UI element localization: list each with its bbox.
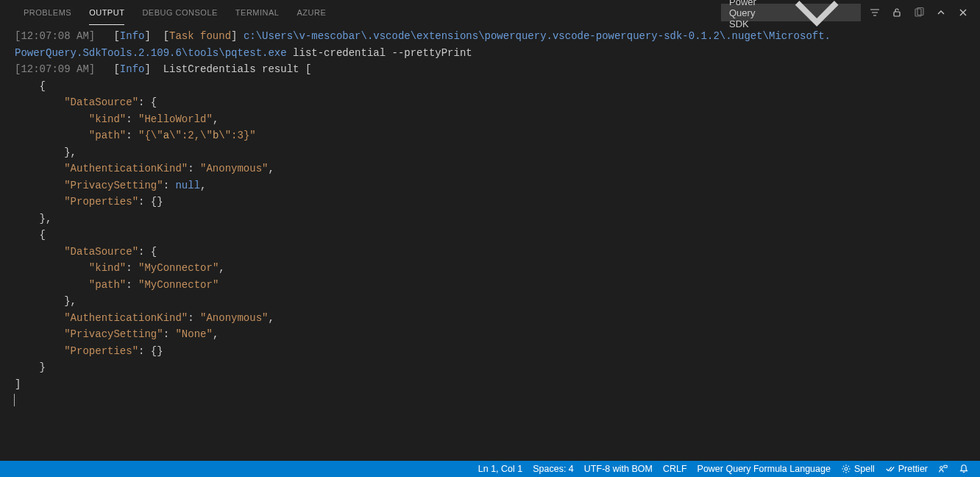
clear-output-icon[interactable]: [911, 4, 927, 21]
tab-output[interactable]: Output: [80, 0, 133, 25]
status-prettier[interactable]: Prettier: [880, 461, 933, 477]
log-level: Info: [120, 63, 145, 75]
close-icon[interactable]: [955, 4, 971, 21]
tab-terminal[interactable]: Terminal: [227, 0, 288, 25]
gear-icon: [841, 464, 851, 474]
log-timestamp: [12:07:08 AM]: [15, 30, 95, 42]
status-bar: Ln 1, Col 1 Spaces: 4 UTF-8 with BOM CRL…: [0, 461, 980, 477]
log-timestamp: [12:07:09 AM]: [15, 63, 95, 75]
json-key: "PrivacySetting": [64, 328, 163, 340]
json-key: "kind": [89, 113, 126, 125]
json-string: "MyConnector": [138, 262, 219, 274]
json-key: "AuthenticationKind": [64, 163, 188, 174]
chevron-up-icon[interactable]: [933, 4, 949, 21]
panel-tab-bar: Problems Output Debug Console Terminal A…: [0, 0, 980, 25]
text-cursor: [14, 394, 15, 406]
log-args: list-credential --prettyPrint: [287, 47, 472, 59]
bell-icon: [959, 464, 969, 474]
unlock-icon[interactable]: [889, 4, 905, 21]
status-cursor-position[interactable]: Ln 1, Col 1: [473, 461, 528, 477]
svg-point-3: [845, 467, 848, 470]
json-string: "{\"a\":2,\"b\":3}": [138, 130, 256, 141]
svg-rect-0: [894, 12, 900, 16]
person-feedback-icon: [938, 464, 948, 474]
status-feedback-icon[interactable]: [933, 461, 954, 477]
output-channel-select[interactable]: Power Query SDK: [721, 4, 861, 21]
json-string: "HelloWorld": [138, 113, 213, 125]
json-key: "path": [89, 279, 126, 291]
svg-rect-5: [944, 465, 947, 467]
status-eol[interactable]: CRLF: [658, 461, 692, 477]
json-key: "path": [89, 130, 126, 141]
status-indent[interactable]: Spaces: 4: [528, 461, 579, 477]
tab-debug-console[interactable]: Debug Console: [133, 0, 226, 25]
log-text: ListCredentials result [: [151, 63, 311, 75]
json-key: "PrivacySetting": [64, 180, 163, 191]
json-key: "DataSource": [64, 96, 138, 108]
json-key: "Properties": [64, 345, 138, 357]
json-key: "AuthenticationKind": [64, 312, 188, 324]
output-panel[interactable]: [12:07:08 AM] [Info] [Task found] c:\Use…: [0, 25, 980, 409]
log-path: PowerQuery.SdkTools.2.109.6\tools\pqtest…: [15, 47, 287, 59]
json-string: "Anonymous": [200, 312, 268, 324]
json-key: "kind": [89, 262, 126, 274]
status-spell[interactable]: Spell: [836, 461, 880, 477]
svg-point-4: [940, 467, 943, 470]
status-spell-label: Spell: [854, 464, 875, 474]
status-notifications-icon[interactable]: [954, 461, 974, 477]
panel-actions: Power Query SDK: [721, 4, 971, 21]
status-language-mode[interactable]: Power Query Formula Language: [692, 461, 836, 477]
json-key: "Properties": [64, 196, 138, 208]
json-string: "None": [175, 328, 212, 340]
log-task: Task found: [169, 30, 231, 42]
json-string: "Anonymous": [200, 163, 268, 174]
filter-icon[interactable]: [867, 4, 883, 21]
output-channel-label: Power Query SDK: [729, 0, 778, 29]
log-path: c:\Users\v-mescobar\.vscode\extensions\p…: [244, 30, 831, 42]
status-encoding[interactable]: UTF-8 with BOM: [579, 461, 658, 477]
log-level: Info: [120, 30, 145, 42]
status-prettier-label: Prettier: [898, 464, 928, 474]
json-null: null: [175, 180, 200, 191]
json-key: "DataSource": [64, 246, 138, 258]
tab-problems[interactable]: Problems: [15, 0, 80, 25]
tab-azure[interactable]: Azure: [288, 0, 335, 25]
double-check-icon: [885, 464, 895, 474]
json-string: "MyConnector": [138, 279, 219, 291]
